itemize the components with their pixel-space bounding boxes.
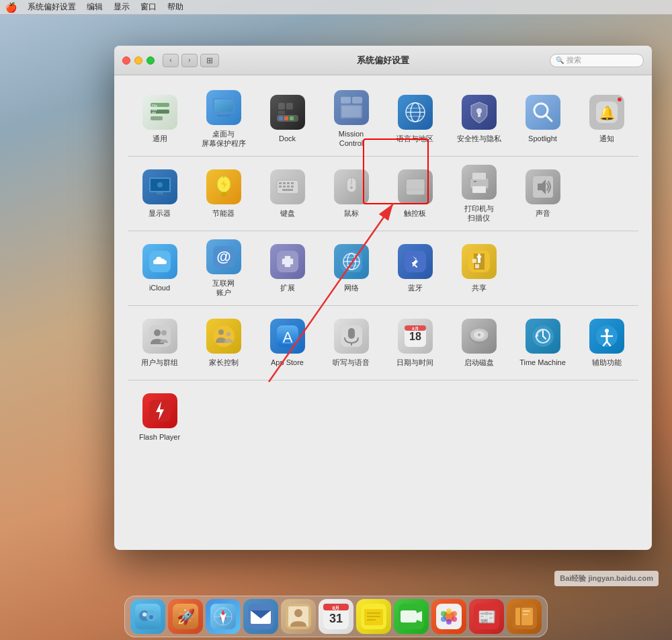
search-icon: 🔍	[556, 56, 564, 64]
pref-icon-sound[interactable]: 声音	[511, 163, 575, 224]
dock-item-facetime[interactable]	[394, 599, 429, 634]
pref-icon-accessibility[interactable]: 辅助功能	[575, 313, 638, 373]
pref-icon-general[interactable]: File New MA 通用	[128, 89, 192, 149]
traffic-lights	[122, 56, 155, 65]
pref-icon-flash[interactable]: Flash Player	[128, 387, 192, 448]
general-icon: File New MA	[142, 95, 177, 130]
pref-icon-printer[interactable]: 打印机与扫描仪	[447, 163, 511, 224]
dock-item-books[interactable]	[507, 599, 542, 634]
pref-icon-language[interactable]: 语言与地区	[383, 89, 447, 149]
monitor-label: 显示器	[149, 208, 171, 218]
svg-rect-46	[291, 182, 294, 184]
svg-rect-50	[291, 186, 294, 188]
pref-icon-dock[interactable]: Dock	[255, 89, 319, 149]
svg-point-37	[157, 182, 163, 188]
search-placeholder: 搜索	[566, 55, 581, 65]
spotlight-label: Spotlight	[528, 134, 557, 143]
pref-icon-dictation[interactable]: 听写与语音	[319, 313, 383, 373]
menubar-item-display[interactable]: 显示	[114, 1, 130, 13]
dock-item-mail[interactable]	[243, 599, 278, 634]
spotlight-icon	[526, 95, 560, 130]
svg-rect-28	[478, 113, 480, 117]
icons-container: File New MA 通用	[114, 75, 652, 461]
svg-rect-51	[282, 189, 293, 191]
svg-text:8月: 8月	[412, 326, 418, 330]
svg-rect-77	[472, 259, 476, 263]
dock-item-notes[interactable]	[356, 599, 391, 634]
close-button[interactable]	[122, 56, 130, 65]
menubar-item-window[interactable]: 窗口	[140, 1, 157, 13]
svg-text:18: 18	[409, 331, 421, 342]
pref-icon-sharing[interactable]: 共享	[447, 238, 511, 298]
sharing-icon	[462, 244, 497, 279]
dock-item-calendar[interactable]: 8月 31	[319, 599, 353, 634]
pref-icon-mission[interactable]: MissionControl	[319, 89, 383, 149]
menubar-item-syspref[interactable]: 系统偏好设置	[28, 1, 76, 13]
minimize-button[interactable]	[134, 56, 142, 65]
forward-button[interactable]: ›	[181, 54, 198, 67]
pref-icon-appstore[interactable]: A App Store	[255, 313, 319, 373]
pref-icon-notification[interactable]: 🔔 通知	[575, 89, 638, 149]
pref-icon-desktop[interactable]: 桌面与屏幕保护程序	[192, 89, 255, 149]
pref-icon-monitor[interactable]: 显示器	[128, 163, 192, 224]
printer-icon	[462, 165, 497, 200]
svg-point-132	[294, 609, 302, 617]
dock-item-launchpad[interactable]: 🚀	[168, 599, 203, 634]
search-box[interactable]: 🔍 搜索	[550, 54, 644, 67]
icloud-icon	[142, 244, 177, 279]
users-icon	[142, 319, 177, 354]
security-label: 安全性与隐私	[457, 134, 501, 143]
menubar-item-help[interactable]: 帮助	[167, 1, 183, 13]
timemachine-label: Time Machine	[519, 358, 566, 367]
pref-icon-spotlight[interactable]: Spotlight	[511, 89, 575, 149]
pref-icon-trackpad[interactable]: 触控板	[383, 163, 447, 224]
energy-icon	[206, 169, 241, 204]
pref-icon-icloud[interactable]: iCloud	[128, 238, 192, 298]
pref-icon-users[interactable]: 用户与群组	[128, 313, 192, 373]
pref-icon-timemachine[interactable]: Time Machine	[511, 313, 575, 373]
extensions-label: 扩展	[280, 283, 295, 292]
dock-item-photos[interactable]	[431, 599, 466, 634]
dock-item-finder[interactable]	[130, 599, 165, 634]
svg-rect-157	[515, 608, 533, 625]
svg-rect-44	[283, 182, 286, 184]
energy-label: 节能器	[212, 208, 235, 218]
pref-icon-startup[interactable]: 启动磁盘	[447, 313, 511, 373]
sharing-label: 共享	[472, 283, 487, 292]
pref-icon-internet[interactable]: @ 互联网账户	[192, 238, 255, 298]
maximize-button[interactable]	[146, 56, 155, 65]
svg-rect-45	[287, 182, 290, 184]
pref-icon-extensions[interactable]: 扩展	[255, 238, 319, 298]
section-system: 用户与群组 家长控制	[128, 306, 638, 381]
pref-icon-security[interactable]: 安全性与隐私	[447, 89, 511, 149]
grid-button[interactable]: ⊞	[200, 54, 219, 67]
svg-point-150	[446, 619, 452, 625]
pref-icon-network[interactable]: 网络	[319, 238, 383, 298]
dictation-icon	[334, 319, 369, 354]
users-label: 用户与群组	[141, 358, 178, 367]
back-button[interactable]: ‹	[163, 54, 179, 67]
pref-icon-datetime[interactable]: 8月 18 日期与时间	[383, 313, 447, 373]
section-hardware: 显示器 节能器	[128, 157, 638, 231]
apple-menu[interactable]: 🍎	[5, 2, 17, 13]
svg-rect-48	[283, 186, 286, 188]
svg-rect-35	[157, 192, 163, 194]
language-icon	[398, 95, 433, 130]
svg-rect-138	[364, 609, 383, 625]
accessibility-icon	[589, 319, 624, 354]
pref-icon-energy[interactable]: 节能器	[192, 163, 255, 224]
menubar-item-edit[interactable]: 编辑	[87, 1, 103, 13]
accessibility-label: 辅助功能	[592, 358, 622, 367]
dock-item-news[interactable]: 📰	[469, 599, 504, 634]
dock-item-contacts[interactable]	[281, 599, 316, 634]
security-icon	[462, 95, 497, 130]
pref-icon-bluetooth[interactable]: 蓝牙	[383, 238, 447, 298]
pref-icon-keyboard[interactable]: 键盘	[255, 163, 319, 224]
dock-item-safari[interactable]	[206, 599, 241, 634]
svg-rect-159	[523, 610, 530, 612]
svg-point-153	[446, 614, 452, 619]
svg-rect-19	[352, 97, 362, 104]
pref-icon-mouse[interactable]: 鼠标	[319, 163, 383, 224]
appstore-label: App Store	[271, 358, 304, 367]
pref-icon-parental[interactable]: 家长控制	[192, 313, 255, 373]
